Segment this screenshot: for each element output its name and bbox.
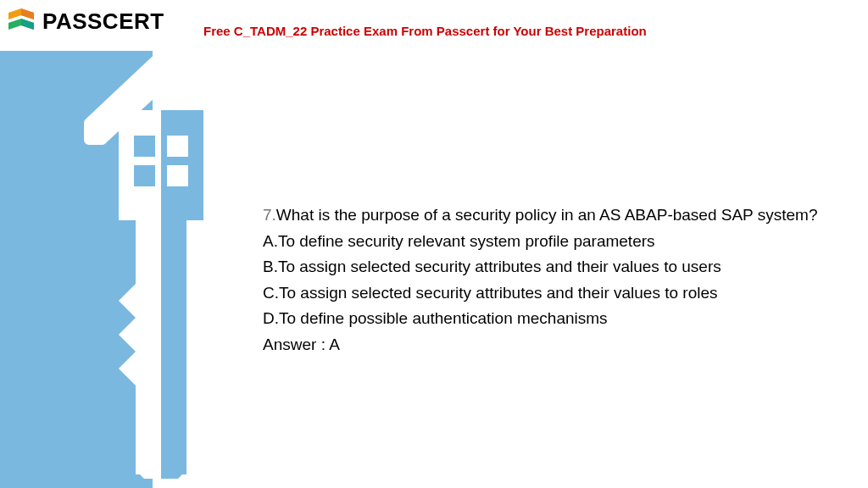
option-c: C.To assign selected security attributes…	[263, 281, 839, 306]
svg-rect-2	[134, 136, 155, 157]
svg-rect-4	[134, 165, 155, 186]
header-title: Free C_TADM_22 Practice Exam From Passce…	[203, 24, 647, 38]
logo: PASSCERT	[4, 4, 164, 38]
question-number: 7.	[263, 206, 276, 224]
option-d: D.To define possible authentication mech…	[263, 307, 839, 331]
svg-rect-5	[167, 165, 188, 186]
option-b: B.To assign selected security attributes…	[263, 255, 839, 280]
svg-rect-6	[136, 220, 161, 474]
house-key-icon	[76, 47, 246, 479]
logo-text: PASSCERT	[42, 8, 164, 35]
logo-icon	[4, 4, 38, 38]
question-content: 7.What is the purpose of a security poli…	[263, 203, 839, 358]
option-a: A.To define security relevant system pro…	[263, 230, 839, 254]
svg-rect-3	[167, 136, 188, 157]
answer: Answer : A	[263, 333, 839, 358]
svg-rect-7	[161, 220, 186, 474]
question-body: What is the purpose of a security policy…	[276, 206, 818, 224]
question-text: 7.What is the purpose of a security poli…	[263, 203, 839, 228]
